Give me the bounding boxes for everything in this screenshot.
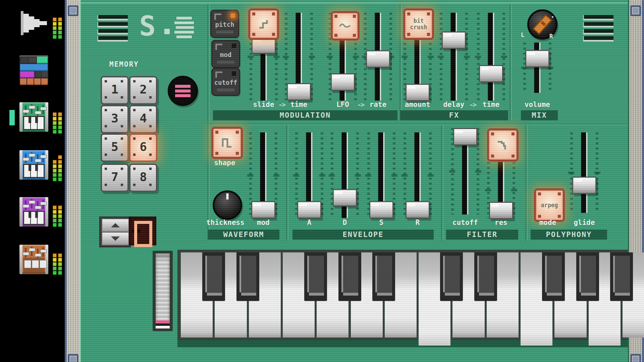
slider-sustain[interactable] bbox=[367, 132, 395, 218]
black-key-after-11[interactable] bbox=[576, 252, 599, 301]
vent-slot-icon bbox=[97, 36, 128, 42]
slider-cap[interactable] bbox=[333, 189, 357, 206]
mini-fader-cap bbox=[35, 159, 41, 162]
memory-button-4[interactable]: 4 bbox=[129, 105, 157, 133]
lfo-wave-button[interactable] bbox=[331, 11, 360, 41]
led-dot bbox=[53, 164, 57, 168]
sidebar-item-mixer[interactable] bbox=[19, 55, 48, 85]
slider-mid-tick bbox=[568, 172, 574, 174]
thickness-knob[interactable] bbox=[213, 190, 242, 220]
slider-mid-tick bbox=[401, 174, 408, 177]
hamburger-menu-icon[interactable] bbox=[583, 15, 613, 20]
shape-label: shape bbox=[214, 159, 235, 167]
slider-cap[interactable] bbox=[251, 201, 275, 219]
hamburger-menu-icon[interactable] bbox=[583, 36, 613, 42]
slider-cap[interactable] bbox=[479, 65, 503, 82]
black-key-after-3[interactable] bbox=[304, 252, 327, 301]
slider-res[interactable] bbox=[487, 162, 515, 218]
led-dot bbox=[58, 160, 62, 164]
slider-fx_time[interactable] bbox=[477, 13, 505, 101]
slider-cap[interactable] bbox=[331, 73, 355, 91]
led-dot bbox=[58, 177, 62, 181]
black-key-after-7[interactable] bbox=[440, 252, 463, 301]
mini-pads bbox=[23, 258, 45, 273]
menu-knob[interactable] bbox=[168, 76, 198, 106]
slider-volume[interactable] bbox=[523, 43, 551, 93]
slider-cap[interactable] bbox=[525, 50, 549, 67]
pitch-wheel[interactable] bbox=[153, 251, 173, 331]
slider-cutoff[interactable] bbox=[451, 128, 479, 215]
slider-rate[interactable] bbox=[364, 13, 392, 101]
panel-seam bbox=[286, 125, 287, 241]
delay-label: delay bbox=[443, 101, 464, 109]
led-dot bbox=[58, 205, 62, 209]
slider-cap[interactable] bbox=[406, 201, 430, 219]
slider-wave_mod[interactable] bbox=[249, 132, 277, 218]
slider-mod_time[interactable] bbox=[285, 13, 313, 101]
pitch-mode-button[interactable]: pitch bbox=[211, 11, 238, 37]
slider-attack[interactable] bbox=[295, 132, 323, 218]
sidebar-item-synth-0[interactable] bbox=[19, 102, 48, 132]
memory-button-1[interactable]: 1 bbox=[101, 76, 129, 105]
black-key-after-8[interactable] bbox=[474, 252, 497, 301]
sidebar-item-synth-1[interactable] bbox=[19, 150, 48, 180]
black-key-after-5[interactable] bbox=[372, 252, 395, 301]
slider-cap[interactable] bbox=[572, 177, 596, 194]
octave-up-button[interactable] bbox=[102, 219, 129, 232]
slider-release[interactable] bbox=[404, 132, 432, 218]
arpeg-mode-button[interactable]: arpeg bbox=[534, 188, 565, 222]
black-key-after-10[interactable] bbox=[542, 252, 565, 301]
pan-knob[interactable]: ▸ bbox=[527, 9, 557, 40]
led-dot bbox=[53, 214, 57, 218]
memory-button-6[interactable]: 6 bbox=[129, 133, 157, 162]
button-pip bbox=[149, 80, 152, 82]
slider-cap[interactable] bbox=[287, 83, 311, 101]
octave-down-button[interactable] bbox=[102, 232, 129, 245]
cutoff-mode-button[interactable]: cutoff bbox=[212, 69, 239, 95]
wave-shape-button[interactable] bbox=[211, 127, 243, 159]
led-dot bbox=[53, 271, 57, 275]
logo-lines-icon bbox=[174, 17, 196, 40]
slider-cap[interactable] bbox=[442, 32, 466, 49]
button-pip bbox=[105, 109, 107, 111]
black-key-after-4[interactable] bbox=[338, 252, 361, 301]
mini-white-key bbox=[38, 117, 44, 129]
slider-delay[interactable] bbox=[440, 13, 468, 101]
slider-cap[interactable] bbox=[297, 201, 321, 219]
memory-button-5[interactable]: 5 bbox=[101, 133, 129, 162]
hamburger-menu-icon[interactable] bbox=[583, 29, 613, 35]
screw-icon bbox=[68, 5, 78, 16]
button-pip bbox=[149, 125, 152, 127]
slider-cap[interactable] bbox=[369, 201, 393, 219]
mini-black-key bbox=[29, 165, 31, 171]
black-key-after-0[interactable] bbox=[202, 252, 225, 301]
sine-wave-icon bbox=[339, 22, 352, 30]
memory-button-3[interactable]: 3 bbox=[101, 105, 129, 133]
play-icon[interactable] bbox=[21, 11, 47, 35]
black-key-after-12[interactable] bbox=[610, 252, 633, 301]
filter-curve-button[interactable] bbox=[487, 128, 519, 162]
led-dot bbox=[58, 17, 62, 21]
bitcrush-button[interactable]: bitcrush bbox=[403, 8, 434, 40]
sidebar bbox=[0, 0, 65, 362]
mini-fader-cap bbox=[29, 200, 35, 204]
slide-curve-button[interactable] bbox=[248, 8, 279, 40]
slider-glide[interactable] bbox=[570, 132, 598, 213]
led-dot bbox=[58, 271, 62, 275]
mod-mode-button[interactable]: mod bbox=[212, 41, 239, 67]
slider-cap[interactable] bbox=[489, 202, 513, 219]
hamburger-menu-icon[interactable] bbox=[583, 22, 613, 27]
memory-button-7[interactable]: 7 bbox=[101, 164, 129, 192]
slider-cap[interactable] bbox=[453, 128, 477, 145]
slider-cap[interactable] bbox=[406, 84, 430, 101]
slider-cap[interactable] bbox=[366, 50, 390, 68]
mode-label: mode bbox=[539, 219, 556, 227]
sidebar-item-synth-2[interactable] bbox=[19, 197, 48, 227]
memory-button-2[interactable]: 2 bbox=[129, 76, 157, 105]
slider-decay[interactable] bbox=[331, 132, 359, 218]
black-key-after-1[interactable] bbox=[236, 252, 259, 301]
led-dot bbox=[53, 121, 57, 125]
sidebar-item-drum-machine-3[interactable] bbox=[19, 245, 48, 274]
memory-button-8[interactable]: 8 bbox=[129, 164, 157, 192]
mini-fader-cap bbox=[40, 249, 47, 253]
